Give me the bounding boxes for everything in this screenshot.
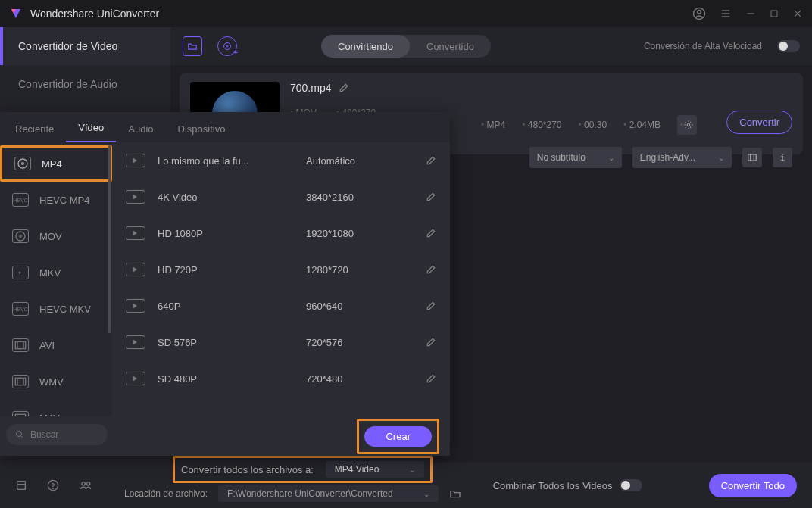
resolution-item[interactable]: Lo mismo que la fu... Automático [112, 142, 450, 179]
format-item-m4v[interactable]: M4V [0, 400, 112, 416]
resolution-list: Lo mismo que la fu... Automático 4K Vide… [112, 142, 450, 416]
svg-rect-12 [748, 154, 757, 161]
format-item-wmv[interactable]: WMV [0, 363, 112, 400]
disc-icon [12, 229, 29, 243]
merge-label: Combinar Todos los Videos [493, 480, 613, 491]
edit-resolution-icon[interactable] [426, 301, 436, 311]
file-settings-icon[interactable] [677, 115, 697, 135]
add-disc-icon[interactable]: + [217, 36, 237, 56]
file-size: 2.04MB [623, 120, 661, 130]
hevc-icon: HEVC [12, 193, 29, 207]
subtitle-dropdown[interactable]: No subtítulo⌄ [529, 147, 622, 168]
dst-format: MP4 [481, 120, 505, 130]
svg-point-10 [226, 45, 228, 47]
video-icon [126, 372, 145, 385]
edit-resolution-icon[interactable] [426, 155, 436, 166]
convert-button[interactable]: Convertir [726, 111, 792, 134]
disc-icon [14, 157, 31, 170]
resolution-value: 720*576 [306, 337, 414, 348]
popup-tab-device[interactable]: Dispositivo [166, 116, 238, 142]
add-file-icon[interactable]: + [183, 36, 202, 56]
svg-point-22 [20, 235, 22, 238]
hevc-icon: HEVC [12, 302, 29, 316]
help-icon[interactable] [47, 479, 59, 491]
crop-icon[interactable] [742, 148, 762, 167]
close-icon[interactable] [792, 8, 803, 19]
library-icon[interactable] [15, 479, 27, 491]
format-item-mp4[interactable]: MP4 [0, 145, 112, 182]
file-duration: 00:30 [579, 120, 607, 130]
scrollbar[interactable] [108, 145, 111, 413]
sidebar-item-video-converter[interactable]: Convertidor de Video [0, 27, 170, 65]
format-item-mov[interactable]: MOV [0, 218, 112, 254]
popup-tab-video[interactable]: Vídeo [66, 114, 116, 142]
video-icon [126, 190, 145, 204]
resolution-name: SD 480P [158, 373, 294, 385]
edit-resolution-icon[interactable] [426, 192, 436, 202]
svg-point-30 [17, 432, 22, 437]
resolution-item[interactable]: HD 1080P 1920*1080 [112, 215, 450, 251]
format-item-hevc-mkv[interactable]: HEVCHEVC MKV [0, 291, 112, 327]
resolution-name: HD 720P [158, 264, 294, 276]
minimize-icon[interactable] [745, 8, 756, 19]
resolution-value: 720*480 [306, 373, 414, 385]
resolution-item[interactable]: SD 480P 720*480 [112, 360, 450, 397]
sidebar-item-audio-converter[interactable]: Convertidor de Audio [0, 65, 170, 103]
high-speed-toggle[interactable] [777, 40, 800, 52]
video-icon [126, 263, 145, 276]
format-item-hevc-mp4[interactable]: HEVCHEVC MP4 [0, 182, 112, 218]
audio-track-dropdown[interactable]: English-Adv...⌄ [632, 147, 732, 168]
resolution-name: 640P [158, 301, 294, 312]
maximize-icon[interactable] [770, 9, 779, 18]
open-folder-icon[interactable] [449, 488, 461, 499]
edit-name-icon[interactable] [339, 83, 349, 93]
popup-tab-audio[interactable]: Audio [116, 116, 165, 142]
convert-all-format-dropdown[interactable]: MP4 Video⌄ [326, 461, 424, 478]
edit-resolution-icon[interactable] [426, 228, 436, 238]
edit-resolution-icon[interactable] [426, 337, 436, 347]
format-item-mkv[interactable]: ▸MKV [0, 254, 112, 291]
create-button[interactable]: Crear [364, 426, 432, 447]
video-icon [126, 299, 145, 313]
resolution-value: 960*640 [306, 301, 414, 312]
film-icon [12, 411, 29, 416]
resolution-item[interactable]: 640P 960*640 [112, 288, 450, 324]
info-icon[interactable]: i [773, 148, 792, 167]
edit-resolution-icon[interactable] [426, 264, 436, 275]
resolution-value: Automático [306, 155, 414, 167]
toolbar: + + Convirtiendo Convertido Conversión d… [170, 27, 812, 65]
svg-point-1 [698, 11, 701, 14]
menu-icon[interactable] [720, 8, 732, 20]
status-tabs: Convirtiendo Convertido [321, 35, 491, 58]
resolution-item[interactable]: SD 576P 720*576 [112, 324, 450, 360]
svg-point-16 [53, 488, 54, 489]
location-path-box[interactable]: F:\Wondershare UniConverter\Converted⌄ [218, 485, 439, 502]
svg-point-21 [16, 232, 25, 241]
file-name: 700.mp4 [290, 82, 331, 94]
svg-point-17 [82, 482, 85, 485]
svg-point-19 [18, 159, 27, 168]
format-picker-popup: Reciente Vídeo Audio Dispositivo MP4 HEV… [0, 112, 450, 456]
account-icon[interactable] [692, 7, 706, 20]
film-icon [12, 338, 29, 352]
dst-resolution: 480*270 [522, 120, 561, 130]
merge-toggle[interactable] [620, 479, 642, 491]
resolution-item[interactable]: 4K Video 3840*2160 [112, 179, 450, 215]
format-item-avi[interactable]: AVI [0, 327, 112, 363]
resolution-value: 1920*1080 [306, 228, 414, 239]
titlebar: Wondershare UniConverter [0, 0, 812, 27]
svg-point-20 [22, 163, 24, 165]
location-label: Locación de archivo: [124, 488, 208, 499]
format-search-input[interactable]: Buscar [6, 424, 108, 445]
tab-converted[interactable]: Convertido [410, 35, 491, 58]
resolution-item[interactable]: HD 720P 1280*720 [112, 251, 450, 288]
app-title: Wondershare UniConverter [30, 8, 159, 20]
edit-resolution-icon[interactable] [426, 373, 436, 384]
video-icon [126, 335, 145, 349]
create-button-highlight: Crear [357, 419, 439, 454]
tab-converting[interactable]: Convirtiendo [321, 35, 410, 58]
popup-tab-recent[interactable]: Reciente [3, 116, 66, 142]
feedback-icon[interactable] [79, 479, 92, 491]
svg-line-31 [21, 436, 23, 438]
convert-all-button[interactable]: Convertir Todo [709, 474, 797, 497]
